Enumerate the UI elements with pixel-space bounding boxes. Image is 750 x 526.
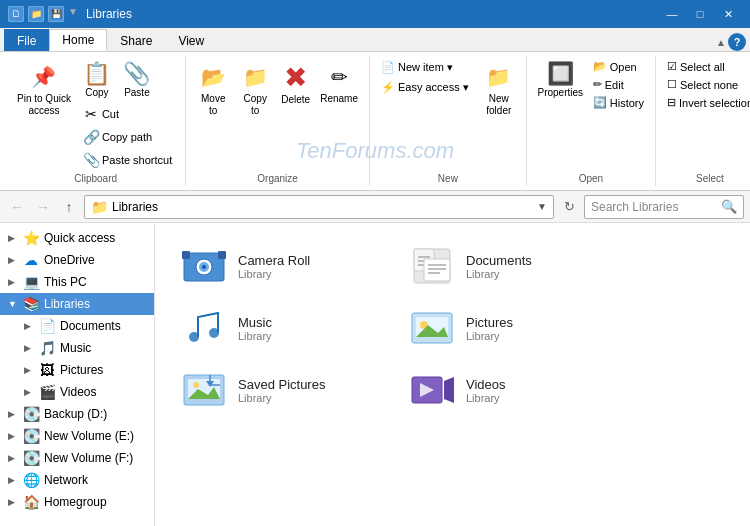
close-button[interactable]: ✕ <box>714 0 742 28</box>
paste-shortcut-label: Paste shortcut <box>102 154 172 166</box>
copy-to-button[interactable]: 📁 Copyto <box>234 58 276 120</box>
sidebar-item-music[interactable]: ▶ 🎵 Music <box>0 337 154 359</box>
music-lib-icon <box>180 308 228 348</box>
invert-selection-button[interactable]: ⊟ Invert selection <box>662 94 750 111</box>
svg-point-23 <box>193 382 199 388</box>
volume-e-label: New Volume (E:) <box>44 429 134 443</box>
paste-button[interactable]: 📎 Paste <box>118 58 156 101</box>
titlebar-icon-1[interactable]: 🗋 <box>8 6 24 22</box>
refresh-button[interactable]: ↻ <box>558 196 580 218</box>
ribbon-collapse-button[interactable]: ▲ <box>714 35 728 50</box>
videos-icon: 🎬 <box>38 384 56 400</box>
address-dropdown-icon[interactable]: ▼ <box>537 201 547 212</box>
camera-roll-icon <box>180 246 228 286</box>
titlebar-icon-2[interactable]: 📁 <box>28 6 44 22</box>
history-button[interactable]: 🔄 History <box>588 94 649 111</box>
select-all-button[interactable]: ☑ Select all <box>662 58 750 75</box>
library-item-camera-roll[interactable]: Camera Roll Library <box>171 239 391 293</box>
cut-button[interactable]: ✂ Cut <box>78 103 177 125</box>
sidebar-item-onedrive[interactable]: ▶ ☁ OneDrive <box>0 249 154 271</box>
select-label: Select <box>662 173 750 186</box>
library-item-saved-pictures[interactable]: Saved Pictures Library <box>171 363 391 417</box>
rename-button[interactable]: ✏ Rename <box>315 58 363 108</box>
delete-button[interactable]: ✖ Delete <box>276 58 315 108</box>
select-none-button[interactable]: ☐ Select none <box>662 76 750 93</box>
title-controls: — □ ✕ <box>658 0 742 28</box>
sidebar-item-videos[interactable]: ▶ 🎬 Videos <box>0 381 154 403</box>
camera-roll-name: Camera Roll <box>238 253 310 268</box>
invert-selection-icon: ⊟ <box>667 96 676 109</box>
up-button[interactable]: ↑ <box>58 196 80 218</box>
select-content: ☑ Select all ☐ Select none ⊟ Invert sele… <box>662 56 750 173</box>
network-label: Network <box>44 473 88 487</box>
new-folder-button[interactable]: 📁 Newfolder <box>478 58 520 120</box>
edit-button[interactable]: ✏ Edit <box>588 76 649 93</box>
new-items-col: 📄 New item ▾ ⚡ Easy access ▾ <box>376 58 474 97</box>
sidebar-item-pictures[interactable]: ▶ 🖼 Pictures <box>0 359 154 381</box>
search-box[interactable]: Search Libraries 🔍 <box>584 195 744 219</box>
copy-paste-row: 📋 Copy 📎 Paste <box>78 58 177 101</box>
titlebar-dropdown[interactable]: ▼ <box>68 6 78 22</box>
back-button[interactable]: ← <box>6 196 28 218</box>
pin-icon: 📌 <box>28 61 60 93</box>
sidebar-item-libraries[interactable]: ▼ 📚 Libraries <box>0 293 154 315</box>
libraries-chevron: ▼ <box>8 299 18 309</box>
sidebar-item-documents[interactable]: ▶ 📄 Documents <box>0 315 154 337</box>
open-button[interactable]: 📂 Open <box>588 58 649 75</box>
clipboard-label: Clipboard <box>12 173 179 186</box>
forward-button[interactable]: → <box>32 196 54 218</box>
new-item-button[interactable]: 📄 New item ▾ <box>376 58 474 77</box>
quick-access-chevron: ▶ <box>8 233 18 243</box>
library-item-documents[interactable]: Documents Library <box>399 239 619 293</box>
new-content: 📄 New item ▾ ⚡ Easy access ▾ 📁 Newfolder <box>376 56 520 173</box>
open-edit-history-col: 📂 Open ✏ Edit 🔄 History <box>588 58 649 111</box>
sidebar-item-volume-f[interactable]: ▶ 💽 New Volume (F:) <box>0 447 154 469</box>
videos-chevron: ▶ <box>24 387 34 397</box>
library-item-pictures[interactable]: Pictures Library <box>399 301 619 355</box>
sidebar-item-backup[interactable]: ▶ 💽 Backup (D:) <box>0 403 154 425</box>
tab-home[interactable]: Home <box>49 29 107 51</box>
titlebar-icon-3[interactable]: 💾 <box>48 6 64 22</box>
svg-point-16 <box>209 328 219 338</box>
network-icon: 🌐 <box>22 472 40 488</box>
volume-e-chevron: ▶ <box>8 431 18 441</box>
videos-lib-type: Library <box>466 392 506 404</box>
organize-label: Organize <box>192 173 363 186</box>
easy-access-button[interactable]: ⚡ Easy access ▾ <box>376 78 474 97</box>
pictures-lib-info: Pictures Library <box>466 315 513 342</box>
address-path[interactable]: 📁 Libraries ▼ <box>84 195 554 219</box>
properties-button[interactable]: 🔲 Properties <box>533 58 588 101</box>
this-pc-chevron: ▶ <box>8 277 18 287</box>
select-none-label: Select none <box>680 79 738 91</box>
maximize-button[interactable]: □ <box>686 0 714 28</box>
music-lib-type: Library <box>238 330 272 342</box>
sidebar-item-this-pc[interactable]: ▶ 💻 This PC <box>0 271 154 293</box>
paste-shortcut-button[interactable]: 📎 Paste shortcut <box>78 149 177 171</box>
sidebar-item-network[interactable]: ▶ 🌐 Network <box>0 469 154 491</box>
minimize-button[interactable]: — <box>658 0 686 28</box>
library-item-music[interactable]: Music Library <box>171 301 391 355</box>
copy-path-label: Copy path <box>102 131 152 143</box>
svg-point-15 <box>189 332 199 342</box>
title-text: Libraries <box>86 7 658 21</box>
search-icon[interactable]: 🔍 <box>721 199 737 214</box>
tab-share[interactable]: Share <box>107 29 165 51</box>
tab-view[interactable]: View <box>165 29 217 51</box>
move-to-button[interactable]: 📂 Moveto <box>192 58 234 120</box>
library-item-videos[interactable]: Videos Library <box>399 363 619 417</box>
cut-icon: ✂ <box>83 106 99 122</box>
pin-to-quick-access-button[interactable]: 📌 Pin to Quickaccess <box>12 58 76 120</box>
copy-path-button[interactable]: 🔗 Copy path <box>78 126 177 148</box>
rename-label: Rename <box>320 93 358 105</box>
titlebar-quick-access: 🗋 📁 💾 ▼ <box>8 6 78 22</box>
address-path-text: Libraries <box>112 200 158 214</box>
help-button[interactable]: ? <box>728 33 746 51</box>
documents-lib-info: Documents Library <box>466 253 532 280</box>
tab-file[interactable]: File <box>4 29 49 51</box>
sidebar-item-volume-e[interactable]: ▶ 💽 New Volume (E:) <box>0 425 154 447</box>
svg-rect-2 <box>218 251 226 259</box>
copy-button[interactable]: 📋 Copy <box>78 58 116 101</box>
move-to-icon: 📂 <box>197 61 229 93</box>
sidebar-item-homegroup[interactable]: ▶ 🏠 Homegroup <box>0 491 154 513</box>
sidebar-item-quick-access[interactable]: ▶ ⭐ Quick access <box>0 227 154 249</box>
